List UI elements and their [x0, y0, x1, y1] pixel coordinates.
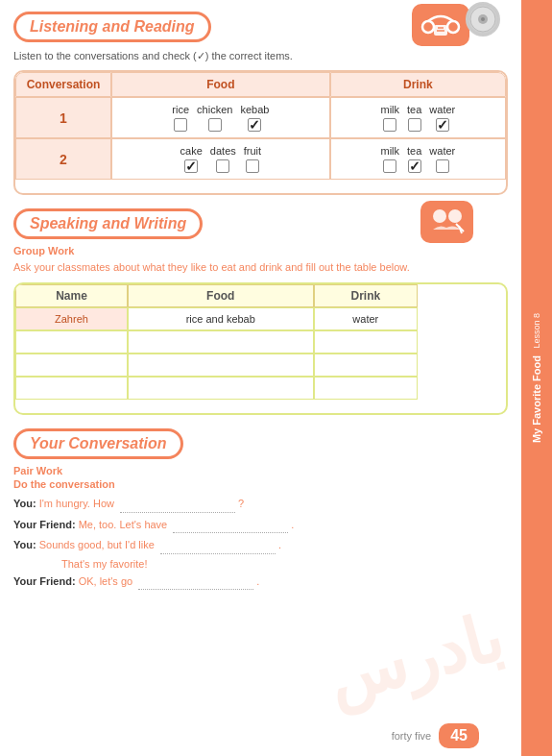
- drink-cell-2: milk tea✓ water: [330, 138, 506, 180]
- your-conversation-section: Your Conversation Pair Work Do the conve…: [13, 428, 508, 590]
- sw-drink-4: [314, 377, 418, 400]
- sidebar-title: My Favorite Food: [530, 355, 543, 443]
- lr-header-food: Food: [111, 72, 330, 97]
- sw-table-container: Name Food Drink Zahreh rice and kebab wa…: [13, 282, 508, 415]
- conv-cell-2: 2: [15, 138, 111, 180]
- conv-line-4: Your Friend: OK, let's go .: [13, 573, 508, 591]
- svg-point-7: [481, 17, 485, 21]
- sw-food-1: rice and kebab: [128, 307, 314, 330]
- drink-cell-1: milk tea water✓: [330, 97, 506, 138]
- svg-point-0: [422, 21, 434, 33]
- your-conv-title-box: Your Conversation: [13, 428, 183, 459]
- page-badge: 45: [439, 723, 479, 748]
- group-work-label: Group Work: [13, 245, 508, 256]
- table-row: Zahreh rice and kebab water: [15, 307, 418, 330]
- listening-reading-header: Listening and Reading: [13, 12, 508, 42]
- svg-point-1: [447, 21, 459, 33]
- sw-header: Speaking and Writing: [13, 208, 508, 239]
- svg-point-9: [448, 209, 462, 223]
- lr-table: Conversation Food Drink 1 rice chicken k…: [15, 72, 506, 180]
- do-conv-label: Do the conversation: [13, 478, 508, 490]
- page-text: forty five: [392, 730, 432, 742]
- sw-table: Name Food Drink Zahreh rice and kebab wa…: [15, 284, 418, 400]
- lr-header-drink: Drink: [330, 72, 506, 97]
- sw-drink-3: [314, 354, 418, 377]
- sw-name-2: [15, 330, 128, 354]
- lr-instruction: Listen to the conversations and check (✓…: [13, 50, 508, 62]
- listening-reading-title: Listening and Reading: [30, 18, 195, 35]
- conv-line-indent: That's my favorite!: [13, 558, 508, 570]
- sw-header-name: Name: [15, 284, 128, 307]
- your-conv-title: Your Conversation: [30, 435, 167, 451]
- sw-header-drink: Drink: [314, 284, 418, 307]
- sw-instruction: Ask your classmates about what they like…: [13, 260, 508, 275]
- conv-line-1: You: I'm hungry. How ?: [13, 496, 508, 513]
- sw-title-box: Speaking and Writing: [13, 208, 203, 239]
- sw-header-food: Food: [128, 284, 314, 307]
- sw-drink-2: [314, 330, 418, 354]
- page-number-area: forty five 45: [392, 723, 479, 748]
- listening-reading-title-box: Listening and Reading: [13, 12, 211, 42]
- table-row: 2 cake✓ dates fruit milk tea✓ water: [15, 138, 506, 180]
- sw-drink-1: water: [314, 307, 418, 330]
- sw-name-3: [15, 354, 128, 377]
- conv-line-2: Your Friend: Me, too. Let's have .: [13, 517, 508, 534]
- svg-line-11: [459, 226, 462, 233]
- lr-header-conversation: Conversation: [15, 72, 111, 97]
- sw-food-4: [128, 377, 314, 400]
- conv-line-3: You: Sounds good, but I'd like .: [13, 537, 508, 554]
- sw-icon: [420, 201, 473, 243]
- table-row: [15, 330, 418, 354]
- sw-name-4: [15, 377, 128, 400]
- food-cell-2: cake✓ dates fruit: [111, 138, 330, 180]
- food-cell-1: rice chicken kebab✓: [111, 97, 330, 138]
- sw-title: Speaking and Writing: [30, 215, 186, 232]
- table-row: [15, 377, 418, 400]
- sw-food-3: [128, 354, 314, 377]
- conv-cell-1: 1: [15, 97, 111, 138]
- sw-food-2: [128, 330, 314, 354]
- pair-work-label: Pair Work: [13, 465, 508, 476]
- sidebar-lesson: Lesson 8: [532, 313, 541, 349]
- table-row: 1 rice chicken kebab✓ milk tea water✓: [15, 97, 506, 138]
- speaking-writing-section: Speaking and Writing Group Work Ask your…: [13, 208, 508, 415]
- table-row: [15, 354, 418, 377]
- lr-table-container: Conversation Food Drink 1 rice chicken k…: [13, 70, 508, 195]
- listening-icon: [412, 4, 469, 46]
- cd-icon: [466, 2, 500, 37]
- sidebar: Lesson 8 My Favorite Food: [521, 0, 552, 756]
- sw-name-1: Zahreh: [15, 307, 128, 330]
- svg-point-8: [433, 209, 446, 223]
